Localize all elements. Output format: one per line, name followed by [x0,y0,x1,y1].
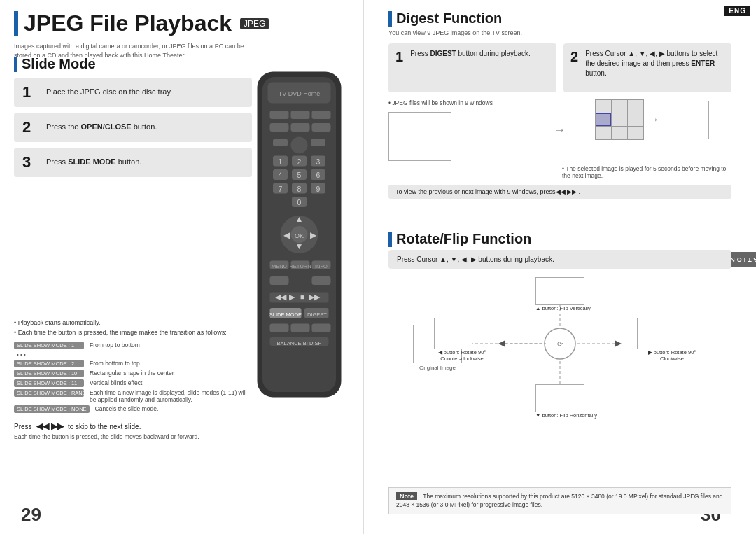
digest-note1: • JPEG files will be shown in 9 windows [388,99,547,106]
thumb-cell [628,100,643,113]
digest-accent [388,11,392,27]
svg-text:DIGEST: DIGEST [307,311,327,318]
digest-title: Digest Function [388,10,732,27]
step1-num: 1 [22,83,39,101]
thumb-cell [628,127,643,139]
svg-text:6: 6 [316,171,321,179]
slideshow-mode-list: SLIDE SHOW MODE : 1From top to bottom• •… [14,342,252,413]
svg-rect-4 [270,111,289,119]
svg-text:3: 3 [316,157,321,166]
digest-arrow: → [554,99,566,161]
rotate-cw-wrapper: ▶ button: Rotate 90° Clockwise [637,318,707,362]
slide-mode-section: Slide Mode 1 Place the JPEG disc on the … [14,56,252,183]
digest-step1-num: 1 [396,49,403,65]
rotate-instruction: Press Cursor ▲, ▼, ◀, ▶ buttons during p… [388,250,732,269]
flip-horizontal-label: ▼ button: Flip Horizontally [536,412,597,419]
svg-text:◀: ◀ [284,230,290,240]
thumb-cell [612,100,627,113]
svg-text:■: ■ [300,293,304,301]
thumb-cell [596,127,611,139]
svg-rect-47 [312,276,331,285]
digest-note2: • The selected image is played for 5 sec… [562,165,732,179]
rotate-ccw-label: ◀ button: Rotate 90° Counter-clockwise [434,349,490,362]
svg-text:▲: ▲ [295,214,304,224]
rotate-cw-box [637,318,676,349]
title-accent-bar [14,11,18,36]
thumb-cell [596,100,611,113]
rotate-cw-label: ▶ button: Rotate 90° Clockwise [637,349,707,362]
svg-rect-58 [291,324,310,332]
remote-control-image: TV DVD Home 1 2 3 4 5 6 7 8 9 [245,66,360,416]
flip-horizontal-wrapper: ▼ button: Flip Horizontally [536,384,597,419]
svg-text:⟳: ⟳ [557,340,564,348]
svg-text:▶: ▶ [289,293,295,301]
svg-text:OK: OK [295,232,304,239]
slideshow-notes: • Playback starts automatically. • Each … [14,318,252,337]
digest-arrow2: → [648,113,659,126]
rotate-accent [388,232,392,247]
svg-rect-57 [270,324,289,332]
digest-notes-row: • The selected image is played for 5 sec… [388,165,732,179]
digest-selected-box [664,101,709,139]
svg-marker-72 [615,340,622,347]
digest-left-col: • JPEG files will be shown in 9 windows [388,99,547,161]
svg-text:SLIDE MODE: SLIDE MODE [270,311,302,318]
ss-row: SLIDE SHOW MODE : 2From bottom to top [14,360,252,367]
thumb-cell [612,127,627,139]
svg-rect-59 [312,324,331,332]
nav-buttons-icon: ◀◀ ▶▶ [36,421,64,431]
digest-step2-num: 2 [570,49,578,65]
jpeg-badge: JPEG [240,18,269,29]
ss-row: SLIDE SHOW MODE : NONECancels the slide … [14,405,252,413]
svg-text:INFO: INFO [315,263,328,269]
note-box: Note The maximum resolutions supported b… [388,487,732,514]
ss-row: SLIDE SHOW MODE : RANDEach time a new im… [14,389,252,403]
note-label: Note [396,492,417,500]
skip-note: Each time the button is pressed, the sli… [14,433,252,440]
svg-text:5: 5 [298,171,302,179]
svg-rect-7 [270,123,289,132]
thumb-cell-selected [596,113,611,126]
rotate-section: Rotate/Flip Function Press Cursor ▲, ▼, … [388,231,732,423]
step3-box: 3 Press SLIDE MODE button. [14,148,252,177]
svg-text:7: 7 [279,185,283,193]
digest-right-col: → [573,99,732,161]
ss-row: SLIDE SHOW MODE : 1From top to bottom [14,342,252,349]
ss-row: SLIDE SHOW MODE : 11Vertical blinds effe… [14,379,252,387]
digest-subtitle: You can view 9 JPEG images on the TV scr… [388,29,732,36]
svg-text:9: 9 [316,185,321,193]
svg-text:▼: ▼ [295,241,304,251]
digest-steps: 1 Press DIGEST button during playback. 2… [388,43,732,92]
digest-img-row: • JPEG files will be shown in 9 windows … [388,99,732,161]
svg-text:▶: ▶ [310,230,317,240]
svg-rect-5 [291,111,310,119]
step3-num: 3 [22,153,39,171]
svg-text:MENU: MENU [272,263,287,269]
svg-text:4: 4 [279,171,283,179]
step2-box: 2 Press the OPEN/CLOSE button. [14,113,252,142]
digest-step1-content: Press DIGEST button during playback. [410,49,531,59]
step1-box: 1 Place the JPEG disc on the disc tray. [14,78,252,107]
main-title: JPEG File Playback JPEG [14,10,269,36]
digest-step2: 2 Press Cursor ▲, ▼, ◀, ▶ buttons to sel… [564,43,732,92]
svg-text:◀◀: ◀◀ [275,293,287,301]
step2-text: Press the OPEN/CLOSE button. [46,122,157,132]
svg-text:RETURN: RETURN [289,263,311,269]
digest-right-row: → [595,99,709,140]
slide-mode-accent [14,57,18,72]
step3-text: Press SLIDE MODE button. [46,157,141,167]
digest-empty-box [388,112,451,161]
svg-rect-8 [291,123,310,132]
page-number-left: 29 [21,504,41,526]
rotate-ccw-box [434,318,472,349]
prev-next-box: To view the previous or next image with … [388,185,732,199]
svg-rect-6 [312,111,331,119]
rotate-diagram: Original Image ⟳ ▲ button: Flip Verti [392,276,728,423]
svg-text:BALANCE   BI DISP: BALANCE BI DISP [277,340,322,346]
svg-point-10 [291,137,308,154]
svg-text:0: 0 [298,198,302,206]
flip-vertical-label: ▲ button: Flip Vertically [536,305,591,311]
flip-vertical-wrapper: ▲ button: Flip Vertically [536,277,591,311]
step2-num: 2 [22,118,39,136]
svg-rect-9 [312,123,331,132]
